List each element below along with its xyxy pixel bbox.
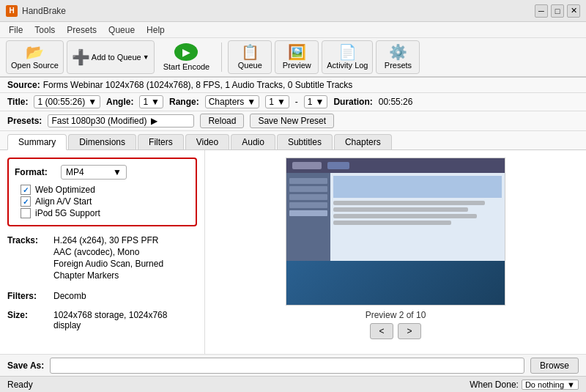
source-label: Source:: [7, 80, 40, 90]
range-start-value: 1: [269, 97, 274, 107]
presets-toolbar-label: Presets: [385, 61, 412, 70]
range-type-select[interactable]: Chapters ▼: [205, 95, 260, 108]
menu-queue[interactable]: Queue: [103, 22, 141, 37]
ipod-label: iPod 5G Support: [35, 208, 100, 218]
tab-dimensions[interactable]: Dimensions: [68, 134, 136, 149]
save-as-input[interactable]: [50, 358, 524, 374]
preview-label: Preview: [283, 61, 311, 70]
align-av-label: Align A/V Start: [35, 196, 92, 207]
ipod-row: iPod 5G Support: [21, 207, 190, 219]
preview-prev-button[interactable]: <: [370, 323, 393, 339]
tracks-section: Tracks: H.264 (x264), 30 FPS PFR AAC (av…: [7, 235, 197, 282]
browse-button[interactable]: Browse: [530, 358, 579, 374]
tab-audio[interactable]: Audio: [231, 134, 275, 149]
preset-selector[interactable]: Fast 1080p30 (Modified) ▶: [48, 114, 194, 127]
tabs-row: Summary Dimensions Filters Video Audio S…: [0, 131, 586, 150]
queue-button[interactable]: 📋 Queue: [228, 40, 272, 74]
play-icon: ▶: [174, 43, 198, 61]
preview-label: Preview 2 of 10: [366, 310, 426, 320]
tab-summary[interactable]: Summary: [7, 134, 67, 150]
minimize-button[interactable]: ─: [535, 4, 548, 18]
preview-button[interactable]: 🖼️ Preview: [275, 40, 319, 74]
track-3: Foreign Audio Scan, Burned: [53, 259, 163, 269]
status-ready: Ready: [7, 380, 33, 390]
mock-header-bar2: [327, 162, 349, 169]
source-bar: Source: Forms Webinar 1024x768 (1024x768…: [0, 78, 586, 93]
when-done-select[interactable]: Do nothing ▼: [522, 380, 579, 390]
add-queue-icon: ➕: [72, 50, 90, 64]
angle-select[interactable]: 1 ▼: [139, 95, 163, 108]
start-encode-button[interactable]: ▶ Start Encode: [157, 40, 216, 74]
activity-log-button[interactable]: 📄 Activity Log: [322, 40, 373, 74]
preview-next-button[interactable]: >: [398, 323, 421, 339]
add-to-queue-button[interactable]: ➕ Add to Queue ▼: [67, 40, 155, 74]
app-title: HandBrake: [22, 6, 66, 16]
filters-section: Filters: Decomb: [7, 291, 197, 301]
range-start-icon: ▼: [277, 97, 286, 107]
menu-help[interactable]: Help: [141, 22, 171, 37]
sidebar-item-1: [289, 178, 327, 184]
preview-text-2: [333, 207, 468, 212]
track-2: AAC (avcodec), Mono: [53, 247, 163, 257]
title-select[interactable]: 1 (00:55:26) ▼: [34, 95, 100, 108]
format-dropdown-icon: ▼: [113, 167, 122, 177]
menu-presets[interactable]: Presets: [61, 22, 103, 37]
web-optimized-checkbox[interactable]: ✓: [21, 185, 31, 195]
ipod-checkbox[interactable]: [21, 208, 31, 218]
title-row: Title: 1 (00:55:26) ▼ Angle: 1 ▼ Range: …: [0, 93, 586, 111]
activity-log-icon: 📄: [338, 45, 357, 59]
range-end-icon: ▼: [316, 97, 324, 107]
toolbar: 📂 Open Source ➕ Add to Queue ▼ ▶ Start E…: [0, 38, 586, 78]
presets-row-label: Presets:: [7, 116, 42, 126]
tab-video[interactable]: Video: [185, 134, 229, 149]
format-section: Format: MP4 ▼ ✓ Web Optimized ✓ Align A/…: [7, 158, 197, 226]
presets-toolbar-button[interactable]: ⚙️ Presets: [376, 40, 420, 74]
right-panel: Preview 2 of 10 < >: [205, 150, 586, 354]
left-panel: Format: MP4 ▼ ✓ Web Optimized ✓ Align A/…: [0, 150, 205, 354]
preview-blue-bar: [286, 261, 505, 305]
maximize-button[interactable]: □: [551, 4, 564, 18]
tracks-label: Tracks:: [7, 235, 48, 281]
save-new-preset-button[interactable]: Save New Preset: [250, 114, 334, 128]
tab-filters[interactable]: Filters: [138, 134, 184, 149]
main-content: Format: MP4 ▼ ✓ Web Optimized ✓ Align A/…: [0, 150, 586, 354]
tab-chapters[interactable]: Chapters: [334, 134, 392, 149]
preview-image: [286, 158, 505, 261]
open-source-button[interactable]: 📂 Open Source: [6, 40, 64, 74]
preview-sidebar: [286, 173, 330, 261]
add-queue-arrow-icon: ▼: [143, 53, 149, 61]
status-bar: Ready When Done: Do nothing ▼: [0, 376, 586, 392]
range-end-select[interactable]: 1 ▼: [304, 95, 328, 108]
preview-main-area: [330, 173, 505, 261]
save-as-row: Save As: Browse: [0, 354, 586, 376]
title-dropdown-icon: ▼: [88, 97, 97, 107]
mock-header-bar: [292, 162, 322, 169]
range-start-select[interactable]: 1 ▼: [265, 95, 289, 108]
menu-tools[interactable]: Tools: [29, 22, 61, 37]
title-value: 1 (00:55:26): [37, 97, 85, 107]
toolbar-divider-1: [221, 42, 222, 72]
save-as-label: Save As:: [7, 360, 44, 371]
align-av-row: ✓ Align A/V Start: [21, 196, 190, 207]
preview-mock-body: [286, 173, 505, 261]
preview-navigation: < >: [370, 323, 421, 339]
menu-file[interactable]: File: [3, 22, 29, 37]
track-1: H.264 (x264), 30 FPS PFR: [53, 235, 163, 245]
preview-text-3: [333, 214, 477, 218]
tab-subtitles[interactable]: Subtitles: [277, 134, 333, 149]
format-select[interactable]: MP4 ▼: [61, 165, 127, 180]
align-av-checkbox[interactable]: ✓: [21, 196, 31, 207]
preview-text-4: [333, 221, 451, 225]
range-label: Range:: [169, 97, 199, 107]
queue-icon: 📋: [241, 45, 259, 59]
preview-main-bar: [333, 176, 502, 198]
sidebar-item-3: [289, 194, 327, 200]
range-type-value: Chapters: [209, 97, 245, 107]
close-button[interactable]: ✕: [567, 4, 580, 18]
reload-button[interactable]: Reload: [200, 114, 244, 128]
tracks-values: H.264 (x264), 30 FPS PFR AAC (avcodec), …: [53, 235, 163, 281]
range-separator: -: [295, 97, 298, 107]
preset-value: Fast 1080p30 (Modified): [51, 116, 146, 126]
queue-label: Queue: [238, 61, 262, 70]
angle-value: 1: [143, 97, 148, 107]
